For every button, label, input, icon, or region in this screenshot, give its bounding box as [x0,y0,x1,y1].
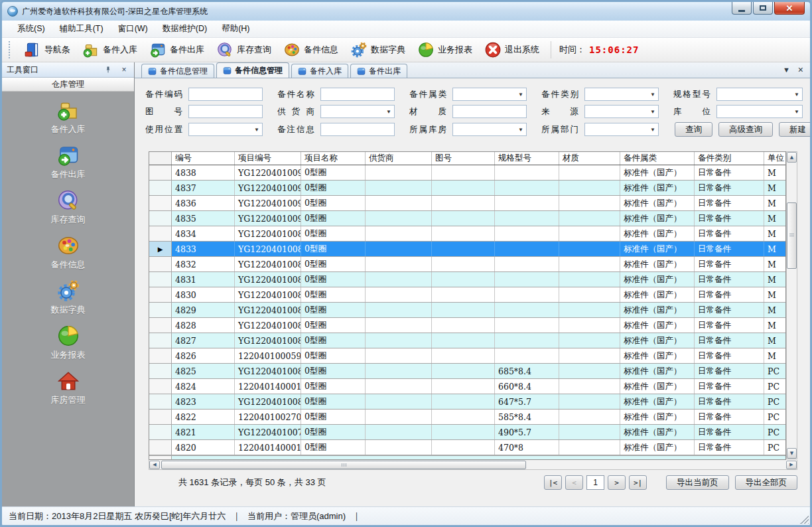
column-header-0[interactable]: 编号 [172,152,235,165]
toolbar-gears-button[interactable]: 数据字典 [344,40,411,60]
export-all-pages-button[interactable]: 导出全部页 [735,475,798,490]
table-row[interactable]: 4834YG122040100890型圈标准件（国产）日常备件M [149,226,785,242]
table-row[interactable]: 482612204010005990型圈标准件（国产）日常备件M [149,348,785,364]
page-number-input[interactable]: 1 [586,475,604,490]
scroll-left-button[interactable]: ◀ [149,461,160,469]
sidebar-item-palette[interactable]: 备件信息 [19,234,118,279]
column-header-8[interactable]: 备件类别 [695,152,764,165]
advanced-query-button[interactable]: 高级查询 [718,122,773,137]
tab-2[interactable]: 备件入库 [291,64,348,78]
supplier-select[interactable]: ▼ [320,105,395,118]
table-cell [495,226,559,241]
tab-0[interactable]: 备件信息管理 [141,64,214,78]
material-input[interactable] [452,105,527,118]
part-name-input[interactable] [320,88,395,101]
table-row[interactable]: 4837YG122040100920型圈标准件（国产）日常备件M [149,181,785,196]
export-current-page-button[interactable]: 导出当前页 [666,475,729,490]
menu-item-3[interactable]: 数据维护(D) [155,21,214,37]
use-position-select[interactable]: ▼ [188,123,263,136]
toolbar-window-out-button[interactable]: 备件出库 [143,40,210,60]
spec-model-select[interactable]: ▼ [716,88,803,101]
chevron-down-icon: ▼ [386,109,391,115]
department-select[interactable]: ▼ [584,123,659,136]
last-page-button[interactable]: >| [629,475,647,490]
table-row[interactable]: 4832YG122040100870型圈标准件（国产）日常备件M [149,257,785,272]
sidebar-item-window-out[interactable]: 备件出库 [19,143,118,188]
horizontal-scrollbar[interactable]: ◀ ▶ [149,460,797,470]
vertical-scroll-thumb[interactable] [787,202,797,269]
menu-item-2[interactable]: 窗口(W) [111,21,155,37]
column-header-4[interactable]: 图号 [432,152,495,165]
query-button[interactable]: 查询 [675,122,712,137]
table-row[interactable]: 482012204014000130型圈470*8标准件（国产）日常备件PC [149,440,785,455]
table-row[interactable]: 4821YG122040100790型圈490*5.7标准件（国产）日常备件PC [149,425,785,440]
sidebar-item-pie[interactable]: 业务报表 [19,324,118,369]
table-row[interactable]: 4828YG122040100830型圈标准件（国产）日常备件M [149,318,785,333]
next-page-button[interactable]: > [608,475,626,490]
sidebar-section-header[interactable]: 仓库管理 [2,78,134,92]
sidebar-item-gears[interactable]: 数据字典 [19,279,118,324]
menu-item-0[interactable]: 系统(S) [10,21,52,37]
tab-1-active[interactable]: 备件信息管理 [216,62,289,78]
first-page-button[interactable]: |< [544,475,562,490]
column-header-3[interactable]: 供货商 [366,152,432,165]
toolbar-drag-handle[interactable] [9,41,13,58]
location-select[interactable]: ▼ [716,105,803,118]
sidebar-item-magnifier[interactable]: 库存查询 [19,188,118,234]
close-button[interactable]: ✕ [774,2,805,15]
maximize-button[interactable] [753,2,773,15]
toolbar-magnifier-button[interactable]: 库存查询 [210,40,277,60]
toolbar-palette-button[interactable]: 备件信息 [277,40,344,60]
table-cell [366,348,432,363]
column-header-5[interactable]: 规格型号 [495,152,559,165]
form-field-source: 来 源▼ [541,105,659,118]
toolbar-book-button[interactable]: 导航条 [18,40,76,60]
part-code-input[interactable] [188,88,263,101]
sidebar-item-folder-plus[interactable]: 备件入库 [19,98,118,143]
column-header-1[interactable]: 项目编号 [235,152,301,165]
table-row[interactable]: 4830YG122040100850型圈标准件（国产）日常备件M [149,287,785,303]
close-tab-icon[interactable]: × [798,65,803,74]
column-header-9[interactable]: 单位 [764,152,787,165]
resize-grip[interactable] [800,515,809,524]
part-category-select[interactable]: ▼ [584,88,659,101]
table-row[interactable]: 4827YG122040100820型圈标准件（国产）日常备件M [149,333,785,348]
table-cell: M [764,165,787,180]
close-panel-icon[interactable]: × [119,65,129,75]
table-row[interactable]: 482212204010027000型圈585*8.4标准件（国产）日常备件PC [149,410,785,425]
tab-list-dropdown-icon[interactable]: ▼ [783,66,790,74]
table-row[interactable]: ▶4833YG122040100880型圈标准件（国产）日常备件M [149,242,785,257]
sidebar-item-house[interactable]: 库房管理 [19,369,118,414]
toolbar-folder-plus-button[interactable]: 备件入库 [76,40,143,60]
table-row[interactable]: 4829YG122040100840型圈标准件（国产）日常备件M [149,303,785,318]
toolbar-pie-button[interactable]: 业务报表 [411,40,478,60]
table-row[interactable]: 4825YG122040100810型圈685*8.4标准件（国产）日常备件PC [149,364,785,379]
table-row[interactable]: 482412204014000120型圈660*8.4标准件（国产）日常备件PC [149,379,785,394]
scroll-right-button[interactable]: ▶ [786,461,797,469]
part-genus-select[interactable]: ▼ [452,88,527,101]
column-header-6[interactable]: 材质 [559,152,620,165]
menu-item-4[interactable]: 帮助(H) [214,21,257,37]
remark-input[interactable] [320,123,395,136]
column-header-2[interactable]: 项目名称 [301,152,366,165]
table-cell: 4824 [172,379,235,394]
warehouse-select[interactable]: ▼ [452,123,527,136]
minimize-button[interactable] [732,2,752,15]
horizontal-scroll-thumb[interactable] [161,461,526,469]
vertical-scrollbar[interactable]: ▲ ▼ [786,151,797,459]
drawing-no-input[interactable] [188,105,263,118]
new-button[interactable]: 新建 [779,122,812,137]
scroll-up-button[interactable]: ▲ [787,152,797,163]
scroll-down-button[interactable]: ▼ [787,448,797,459]
table-row[interactable]: 4835YG122040100900型圈标准件（国产）日常备件M [149,211,785,226]
source-select[interactable]: ▼ [584,105,659,118]
menu-item-1[interactable]: 辅助工具(T) [52,21,111,37]
column-header-7[interactable]: 备件属类 [620,152,695,165]
table-row[interactable]: 4838YG122040100930型圈标准件（国产）日常备件M [149,165,785,181]
table-row[interactable]: 4823YG122040100800型圈647*5.7标准件（国产）日常备件PC [149,394,785,410]
pin-icon[interactable] [103,65,113,75]
toolbar-exit-button[interactable]: 退出系统 [478,40,545,60]
table-row[interactable]: 4836YG122040100910型圈标准件（国产）日常备件M [149,196,785,211]
table-row[interactable]: 4831YG122040100860型圈标准件（国产）日常备件M [149,272,785,287]
tab-3[interactable]: 备件出库 [350,64,407,78]
